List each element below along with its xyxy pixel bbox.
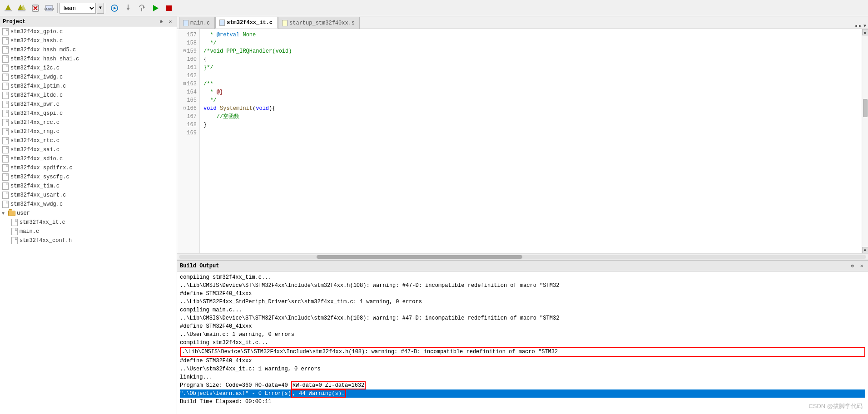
tree-file-item[interactable]: stm32f4xx_rtc.c bbox=[0, 136, 177, 145]
fold-indicator[interactable]: ⊟ bbox=[183, 47, 186, 55]
vscroll-track[interactable] bbox=[863, 35, 868, 247]
vscroll-down[interactable]: ▼ bbox=[862, 247, 868, 253]
editor-area: main.c stm32f4xx_it.c startup_stm32f40xx… bbox=[177, 16, 868, 260]
build-output-content[interactable]: compiling stm32f4xx_tim.c.....\Lib\CMSIS… bbox=[177, 271, 868, 414]
project-select[interactable]: learn bbox=[60, 3, 96, 14]
file-icon bbox=[2, 201, 9, 208]
sidebar-header-icons: ⊕ ✕ bbox=[158, 18, 174, 25]
tree-file-item[interactable]: stm32f4xx_syscfg.c bbox=[0, 172, 177, 182]
code-line: * @retval None bbox=[203, 31, 858, 39]
build-output-line: #define STM32F40_41xxx bbox=[180, 290, 865, 298]
tab-dropdown[interactable]: ▼ bbox=[863, 24, 866, 29]
file-icon bbox=[2, 192, 9, 199]
tab-label: main.c bbox=[190, 20, 210, 26]
fold-indicator[interactable]: ⊟ bbox=[183, 104, 186, 113]
build-output-panel: Build Output ⊕ ✕ compiling stm32f4xx_tim… bbox=[177, 260, 868, 414]
editor-tab-main_c[interactable]: main.c bbox=[179, 17, 215, 29]
code-line: */ bbox=[203, 96, 858, 104]
build-output-close[interactable]: ✕ bbox=[858, 262, 865, 270]
rebuild-button[interactable] bbox=[15, 2, 28, 15]
sidebar-close-icon[interactable]: ✕ bbox=[167, 18, 174, 25]
clean-button[interactable] bbox=[29, 2, 42, 15]
tree-file-item[interactable]: stm32f4xx_it.c bbox=[0, 218, 177, 227]
build-output-line: ..\User\main.c: 1 warning, 0 errors bbox=[180, 330, 865, 339]
fold-indicator[interactable]: ⊟ bbox=[183, 80, 186, 88]
separator-1 bbox=[57, 3, 58, 13]
tree-file-item[interactable]: stm32f4xx_lptim.c bbox=[0, 82, 177, 91]
editor-tab-stm32f4xx_it_c[interactable]: stm32f4xx_it.c bbox=[215, 17, 278, 29]
tree-file-item[interactable]: stm32f4xx_qspi.c bbox=[0, 109, 177, 118]
translate-button[interactable]: LOAD bbox=[43, 2, 55, 15]
tree-file-item[interactable]: stm32f4xx_sai.c bbox=[0, 145, 177, 154]
program-size-highlighted: RW-data=0 ZI-data=1632 bbox=[291, 381, 366, 389]
tree-file-item[interactable]: stm32f4xx_i2c.c bbox=[0, 64, 177, 73]
tree-file-item[interactable]: stm32f4xx_rcc.c bbox=[0, 118, 177, 127]
folder-label: user bbox=[17, 210, 30, 217]
tree-file-item[interactable]: stm32f4xx_usart.c bbox=[0, 191, 177, 200]
stop-button[interactable] bbox=[163, 2, 175, 15]
run-button[interactable] bbox=[149, 2, 162, 15]
tree-file-item[interactable]: stm32f4xx_wwdg.c bbox=[0, 200, 177, 209]
vscroll-up[interactable]: ▲ bbox=[862, 29, 868, 35]
tree-file-item[interactable]: stm32f4xx_iwdg.c bbox=[0, 73, 177, 82]
tree-file-item[interactable]: stm32f4xx_tim.c bbox=[0, 182, 177, 191]
tree-file-item[interactable]: stm32f4xx_hash_sha1.c bbox=[0, 54, 177, 64]
build-output-pin[interactable]: ⊕ bbox=[849, 262, 856, 270]
file-icon bbox=[2, 28, 9, 35]
code-hscrollbar[interactable] bbox=[177, 253, 868, 260]
tree-file-item[interactable]: stm32f4xx_spdifrx.c bbox=[0, 163, 177, 172]
step-into-button[interactable] bbox=[122, 2, 134, 15]
tree-file-item[interactable]: stm32f4xx_hash_md5.c bbox=[0, 45, 177, 54]
line-number: 169 bbox=[177, 129, 199, 137]
right-panel: main.c stm32f4xx_it.c startup_stm32f40xx… bbox=[177, 16, 868, 414]
vscroll-thumb[interactable] bbox=[863, 99, 868, 117]
tree-file-item[interactable]: stm32f4xx_gpio.c bbox=[0, 27, 177, 36]
build-output-line: ..\Lib\CMSIS\Device\ST\STM32F4xx\Include… bbox=[180, 314, 865, 322]
code-line: } bbox=[203, 121, 858, 129]
line-number: 158 bbox=[177, 39, 199, 47]
code-vscrollbar[interactable]: ▲ ▼ bbox=[862, 29, 868, 253]
hscroll-thumb[interactable] bbox=[317, 255, 523, 259]
file-icon bbox=[2, 37, 9, 44]
sidebar-title: Project bbox=[3, 19, 25, 25]
editor-tab-startup_stm32f40xx_s[interactable]: startup_stm32f40xx.s bbox=[278, 17, 360, 29]
tab-scroll-right[interactable]: ▶ bbox=[859, 23, 862, 29]
line-number: 157 bbox=[177, 31, 199, 39]
build-output-line: Program Size: Code=360 RO-data=40 RW-dat… bbox=[180, 381, 865, 389]
tab-scroll-left[interactable]: ◀ bbox=[854, 23, 857, 29]
step-over-button[interactable] bbox=[135, 2, 148, 15]
tree-item-label: stm32f4xx_iwdg.c bbox=[10, 74, 63, 80]
tree-file-item[interactable]: stm32f4xx_pwr.c bbox=[0, 100, 177, 109]
sidebar-header: Project ⊕ ✕ bbox=[0, 16, 177, 27]
line-number: ⊟166 bbox=[177, 104, 199, 113]
tree-item-label: stm32f4xx_sdio.c bbox=[10, 156, 63, 162]
project-dropdown[interactable]: ▼ bbox=[97, 3, 104, 14]
tree-item-label: stm32f4xx_rtc.c bbox=[10, 138, 60, 144]
tree-file-item[interactable]: stm32f4xx_sdio.c bbox=[0, 154, 177, 163]
tree-file-item[interactable]: stm32f4xx_conf.h bbox=[0, 236, 177, 245]
sidebar-pin-icon[interactable]: ⊕ bbox=[158, 18, 165, 25]
tree-file-item[interactable]: stm32f4xx_ltdc.c bbox=[0, 91, 177, 100]
file-icon bbox=[2, 164, 9, 172]
line-number: 164 bbox=[177, 88, 199, 96]
line-number: 165 bbox=[177, 96, 199, 104]
tree-file-item[interactable]: stm32f4xx_hash.c bbox=[0, 36, 177, 45]
code-lines[interactable]: * @retval None *//*void PPP_IRQHandler(v… bbox=[200, 29, 862, 253]
build-button[interactable] bbox=[2, 2, 15, 15]
tree-item-label: stm32f4xx_gpio.c bbox=[10, 29, 63, 35]
tree-folder-user[interactable]: ▼ user bbox=[0, 209, 177, 218]
debug-button[interactable] bbox=[108, 2, 121, 15]
line-number: ⊟163 bbox=[177, 80, 199, 88]
folder-icon bbox=[8, 210, 15, 217]
build-output-line: .\Lib\CMSIS\Device\ST\STM32F4xx\Include\… bbox=[180, 347, 865, 357]
hscroll-track[interactable] bbox=[179, 255, 866, 259]
code-line bbox=[203, 72, 858, 80]
code-line: }*/ bbox=[203, 64, 858, 72]
tree-item-label: stm32f4xx_hash_md5.c bbox=[10, 47, 76, 53]
project-sidebar: Project ⊕ ✕ stm32f4xx_gpio.c stm32f4xx_h… bbox=[0, 16, 177, 414]
tree-file-item[interactable]: main.c bbox=[0, 227, 177, 236]
tab-bar: main.c stm32f4xx_it.c startup_stm32f40xx… bbox=[177, 16, 868, 29]
tree-item-label: stm32f4xx_conf.h bbox=[20, 237, 72, 244]
tree-file-item[interactable]: stm32f4xx_rng.c bbox=[0, 127, 177, 136]
toolbar: LOAD learn ▼ bbox=[0, 0, 868, 16]
